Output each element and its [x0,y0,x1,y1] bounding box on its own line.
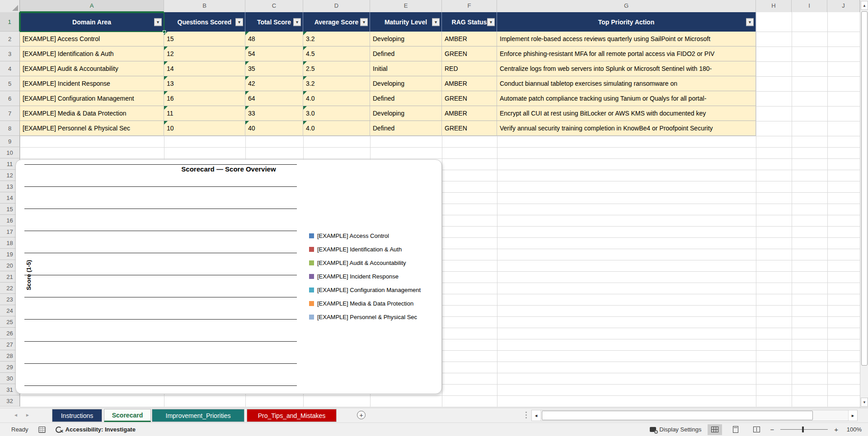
table-cell[interactable]: [EXAMPLE] Personnel & Physical Sec [20,121,164,136]
row-header-10[interactable]: 10 [0,147,20,158]
table-cell[interactable]: 3.0 [303,106,370,121]
zoom-slider[interactable] [780,429,828,430]
row-header-9[interactable]: 9 [0,136,20,147]
row-header-4[interactable]: 4 [0,61,20,76]
filter-dropdown-button[interactable]: ▾ [360,18,368,26]
table-header-cell[interactable]: Domain Area▾ [20,12,164,32]
macro-record-icon[interactable] [38,427,46,433]
legend-item[interactable]: [EXAMPLE] Incident Response [309,269,421,283]
table-cell[interactable]: Developing [370,106,442,121]
table-cell[interactable]: 64 [245,91,303,106]
page-break-view-button[interactable] [749,424,764,435]
scroll-right-button[interactable]: ► [848,410,857,421]
table-cell[interactable]: AMBER [442,32,497,46]
sheet-nav-next-icon[interactable]: ► [25,413,30,417]
table-cell[interactable]: RED [442,61,497,76]
row-header-8[interactable]: 8 [0,121,20,136]
display-settings-button[interactable]: Display Settings [650,426,701,433]
page-layout-view-button[interactable] [728,424,743,435]
table-cell[interactable]: 2.5 [303,61,370,76]
table-cell[interactable]: 10 [164,121,245,136]
table-cell[interactable]: Defined [370,91,442,106]
table-cell[interactable]: 16 [164,91,245,106]
sheet-tab-instructions[interactable]: Instructions [52,409,102,422]
table-header-cell[interactable]: Maturity Level▾ [370,12,442,32]
table-cell[interactable]: Developing [370,76,442,91]
sheet-tab-scorecard[interactable]: Scorecard [104,409,151,422]
column-header-b[interactable]: B [164,0,245,12]
filter-dropdown-button[interactable]: ▾ [235,18,243,26]
table-header-cell[interactable]: Top Priority Action▾ [497,12,756,32]
table-cell[interactable]: Centralize logs from web servers into Sp… [497,61,756,76]
table-cell[interactable]: Enforce phishing-resistant MFA for all r… [497,46,756,61]
table-cell[interactable]: GREEN [442,121,497,136]
table-cell[interactable]: [EXAMPLE] Identification & Auth [20,46,164,61]
row-header-2[interactable]: 2 [0,32,20,46]
vertical-scroll-thumb[interactable] [861,11,868,366]
column-header-c[interactable]: C [245,0,303,12]
table-cell[interactable]: [EXAMPLE] Access Control [20,32,164,46]
legend-item[interactable]: [EXAMPLE] Configuration Management [309,283,421,297]
table-cell[interactable]: Verify annual security training completi… [497,121,756,136]
normal-view-button[interactable] [708,424,722,435]
filter-dropdown-button[interactable]: ▾ [487,18,495,26]
table-cell[interactable]: 42 [245,76,303,91]
table-cell[interactable]: 35 [245,61,303,76]
table-header-cell[interactable]: Total Score▾ [245,12,303,32]
column-header-a[interactable]: A [20,0,164,12]
table-cell[interactable]: 48 [245,32,303,46]
row-header-5[interactable]: 5 [0,76,20,91]
legend-item[interactable]: [EXAMPLE] Media & Data Protection [309,297,421,310]
table-cell[interactable]: [EXAMPLE] Incident Response [20,76,164,91]
table-cell[interactable]: 4.0 [303,121,370,136]
filter-dropdown-button[interactable]: ▾ [432,18,440,26]
sheet-tab-pro_tips_and_mistakes[interactable]: Pro_Tips_and_Mistakes [247,409,337,422]
legend-item[interactable]: [EXAMPLE] Audit & Accountability [309,256,421,269]
table-cell[interactable]: [EXAMPLE] Media & Data Protection [20,106,164,121]
table-cell[interactable]: 33 [245,106,303,121]
table-cell[interactable]: AMBER [442,76,497,91]
scroll-up-button[interactable]: ▲ [861,1,868,10]
filter-dropdown-button[interactable]: ▾ [293,18,301,26]
table-header-cell[interactable]: Questions Scored▾ [164,12,245,32]
table-cell[interactable]: GREEN [442,91,497,106]
score-overview-chart[interactable]: Scorecard — Score Overview Score (1-5) [… [15,159,442,394]
zoom-out-button[interactable]: − [770,426,774,433]
table-cell[interactable]: Initial [370,61,442,76]
table-cell[interactable]: Automate patch compliance tracking using… [497,91,756,106]
scroll-down-button[interactable]: ▼ [861,398,868,407]
column-header-g[interactable]: G [497,0,756,12]
table-header-cell[interactable]: RAG Status▾ [442,12,497,32]
table-header-cell[interactable]: Average Score▾ [303,12,370,32]
scroll-left-button[interactable]: ◄ [532,410,541,421]
table-cell[interactable]: Defined [370,46,442,61]
legend-item[interactable]: [EXAMPLE] Identification & Auth [309,242,421,256]
row-header-32[interactable]: 32 [0,395,20,407]
column-header-h[interactable]: H [756,0,792,12]
table-cell[interactable]: GREEN [442,46,497,61]
legend-item[interactable]: [EXAMPLE] Personnel & Physical Sec [309,310,421,324]
zoom-slider-thumb[interactable] [802,427,804,432]
scrollbar-resize-grip[interactable] [525,412,527,418]
table-cell[interactable]: 4.0 [303,91,370,106]
table-cell[interactable]: 3.2 [303,32,370,46]
table-cell[interactable]: 14 [164,61,245,76]
zoom-in-button[interactable]: + [834,426,838,433]
table-cell[interactable]: 3.2 [303,76,370,91]
horizontal-scrollbar[interactable]: ◄ ► [531,410,858,421]
sheet-nav-prev-icon[interactable]: ◄ [14,413,18,417]
table-cell[interactable]: AMBER [442,106,497,121]
column-header-i[interactable]: I [792,0,827,12]
table-cell[interactable]: [EXAMPLE] Configuration Management [20,91,164,106]
filter-dropdown-button[interactable]: ▾ [154,18,162,26]
column-header-d[interactable]: D [303,0,370,12]
sheet-tab-improvement_priorities[interactable]: Improvement_Priorities [152,409,244,422]
table-cell[interactable]: 12 [164,46,245,61]
table-cell[interactable]: 13 [164,76,245,91]
table-cell[interactable]: Conduct biannual tabletop exercises simu… [497,76,756,91]
column-header-e[interactable]: E [370,0,442,12]
add-sheet-button[interactable]: + [357,411,366,419]
table-cell[interactable]: [EXAMPLE] Audit & Accountability [20,61,164,76]
legend-item[interactable]: [EXAMPLE] Access Control [309,229,421,242]
row-header-1[interactable]: 1 [0,12,20,32]
